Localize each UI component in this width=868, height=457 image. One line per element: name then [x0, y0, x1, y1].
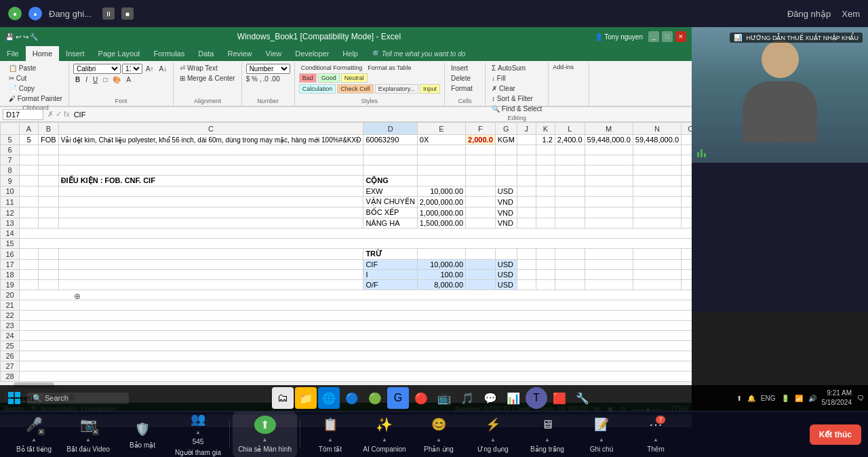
cell-l9[interactable] — [555, 176, 585, 186]
cell-f11[interactable] — [466, 197, 496, 207]
cell-l16[interactable] — [555, 249, 585, 260]
cell-j19[interactable] — [517, 280, 536, 290]
cell-k18[interactable] — [536, 270, 555, 280]
neutral-style[interactable]: Neutral — [341, 73, 368, 83]
cell-d5[interactable]: 60063290 — [363, 135, 417, 145]
cell-n5[interactable]: 59,448,000.0 — [633, 135, 681, 145]
cell-m18[interactable] — [585, 270, 633, 280]
cell-c16[interactable] — [58, 249, 363, 260]
cell-a10[interactable] — [20, 186, 39, 197]
cell-a6[interactable] — [20, 145, 39, 155]
cell-e10[interactable]: 10,000.00 — [417, 186, 465, 197]
cell-g7[interactable] — [495, 155, 517, 165]
format-button[interactable]: Format — [449, 84, 475, 93]
windows-search[interactable]: 🔍 Search — [27, 393, 129, 404]
formula-input[interactable] — [74, 111, 689, 119]
cell-m8[interactable] — [585, 165, 633, 176]
cell-f7[interactable] — [466, 155, 496, 165]
cell-f5[interactable]: 2,000.0 — [466, 135, 496, 145]
taskbar-app-edge[interactable]: 🌐 — [318, 387, 340, 409]
taskbar-app-6[interactable]: 🔴 — [410, 387, 432, 409]
col-header-m[interactable]: M — [585, 123, 633, 135]
cell-m13[interactable] — [585, 218, 633, 228]
cell-l18[interactable] — [555, 270, 585, 280]
cell-row26[interactable] — [20, 351, 692, 361]
autosum-button[interactable]: Σ AutoSum — [490, 64, 528, 73]
wrap-text-button[interactable]: ⏎ Wrap Text — [178, 64, 219, 73]
cell-j11[interactable] — [517, 197, 536, 207]
cell-j8[interactable] — [517, 165, 536, 176]
cut-button[interactable]: ✂ Cut — [7, 74, 28, 83]
pause-button[interactable]: ⏸ — [102, 7, 115, 20]
cell-d8[interactable] — [363, 165, 417, 176]
cell-f6[interactable] — [466, 145, 496, 155]
cell-l13[interactable] — [555, 218, 585, 228]
border-button[interactable]: □ — [101, 75, 109, 84]
cell-n17[interactable] — [633, 260, 681, 270]
col-header-a[interactable]: A — [20, 123, 39, 135]
cell-k5[interactable]: 1.2 — [536, 135, 555, 145]
cell-f12[interactable] — [466, 207, 496, 218]
cell-k17[interactable] — [536, 260, 555, 270]
maximize-button[interactable]: □ — [662, 31, 673, 42]
cell-m19[interactable] — [585, 280, 633, 290]
col-header-o[interactable]: O — [682, 123, 692, 135]
font-color-button[interactable]: A — [124, 75, 133, 84]
italic-button[interactable]: I — [83, 75, 90, 84]
taskbar-app-5[interactable]: G — [387, 387, 409, 409]
taskbar-summary[interactable]: 📋 ▲ Tóm tắt — [303, 412, 357, 458]
tab-developer[interactable]: Developer — [288, 46, 336, 61]
cell-g12[interactable]: VND — [495, 207, 517, 218]
cell-n13[interactable] — [633, 218, 681, 228]
tab-review[interactable]: Review — [220, 46, 258, 61]
cell-b5[interactable]: FOB — [39, 135, 59, 145]
close-button[interactable]: ✕ — [675, 31, 686, 42]
cell-row25[interactable] — [20, 341, 692, 351]
cell-o12[interactable] — [682, 207, 692, 218]
cell-l5[interactable]: 2,400.0 — [555, 135, 585, 145]
cell-l19[interactable] — [555, 280, 585, 290]
cell-f10[interactable] — [466, 186, 496, 197]
insert-button[interactable]: Insert — [449, 64, 470, 73]
tab-insert[interactable]: Insert — [59, 46, 92, 61]
cell-e7[interactable] — [417, 155, 465, 165]
cell-j17[interactable] — [517, 260, 536, 270]
cell-n7[interactable] — [633, 155, 681, 165]
cell-g6[interactable] — [495, 145, 517, 155]
cell-d9[interactable]: CỘNG — [363, 176, 417, 186]
cell-f8[interactable] — [466, 165, 496, 176]
tab-formulas[interactable]: Formulas — [146, 46, 191, 61]
taskbar-share[interactable]: ⬆ ▲ Chia sẻ Màn hình — [233, 412, 297, 458]
cell-j5[interactable] — [517, 135, 536, 145]
cell-o9[interactable] — [682, 176, 692, 186]
cell-k12[interactable] — [536, 207, 555, 218]
cell-o8[interactable] — [682, 165, 692, 176]
taskbar-app-10[interactable]: 📊 — [502, 387, 524, 409]
cell-c7[interactable] — [58, 155, 363, 165]
fill-color-button[interactable]: 🎨 — [111, 75, 123, 84]
cell-b16[interactable] — [39, 249, 59, 260]
login-button[interactable]: Đăng nhập — [787, 9, 831, 19]
cell-k11[interactable] — [536, 197, 555, 207]
cell-o16[interactable] — [682, 249, 692, 260]
cell-a17[interactable] — [20, 260, 39, 270]
col-header-j[interactable]: J — [517, 123, 536, 135]
tab-page-layout[interactable]: Page Layout — [92, 46, 147, 61]
taskbar-app-9[interactable]: 💬 — [479, 387, 501, 409]
cell-c9[interactable]: ĐIỀU KIỆN : FOB. CNF. CIF — [58, 176, 363, 186]
cell-m11[interactable] — [585, 197, 633, 207]
input-style[interactable]: Input — [420, 84, 440, 94]
cell-l7[interactable] — [555, 155, 585, 165]
cell-e16[interactable] — [417, 249, 465, 260]
cell-c12[interactable] — [58, 207, 363, 218]
cell-e5[interactable]: 0X — [417, 135, 465, 145]
cell-c17[interactable] — [58, 260, 363, 270]
cell-e9[interactable] — [417, 176, 465, 186]
cell-d10[interactable]: EXW — [363, 186, 417, 197]
cell-n16[interactable] — [633, 249, 681, 260]
cell-row27[interactable] — [20, 361, 692, 372]
clear-button[interactable]: ✗ Clear — [490, 84, 517, 93]
sort-filter-button[interactable]: ↕ Sort & Filter — [490, 94, 535, 103]
cell-c19[interactable] — [58, 280, 363, 290]
cell-k19[interactable] — [536, 280, 555, 290]
